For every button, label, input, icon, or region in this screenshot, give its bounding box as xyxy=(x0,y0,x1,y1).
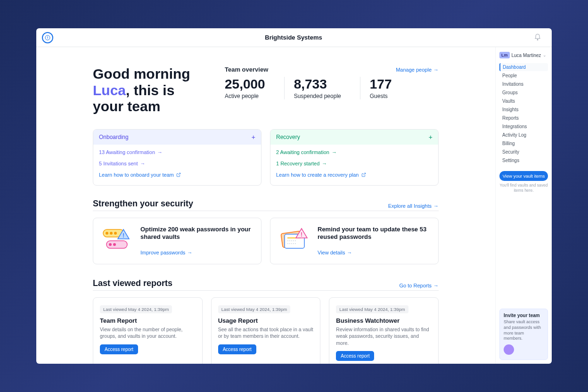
arrow-right-icon: → xyxy=(433,67,439,73)
app-logo-icon[interactable] xyxy=(42,32,53,43)
insight-reused-passwords: ! Remind your team to update these 53 re… xyxy=(270,218,439,265)
people-icon xyxy=(504,344,514,355)
nav-billing[interactable]: Billing xyxy=(499,139,548,147)
access-report-button[interactable]: Access report xyxy=(336,351,374,361)
team-overview: Team overview Manage people → 25,000 Act… xyxy=(225,66,439,115)
nav-security[interactable]: Security xyxy=(499,148,548,156)
recovery-header: Recovery + xyxy=(270,130,438,145)
nav-people[interactable]: People xyxy=(499,72,548,80)
arrow-right-icon: → xyxy=(433,203,439,209)
reports-section-head: Last viewed reports Go to Reports → xyxy=(93,278,439,291)
view-vault-items-button[interactable]: View your vault items xyxy=(499,171,548,181)
report-card-watchtower: Last viewed May 4 2024, 1:39pm Business … xyxy=(329,297,439,364)
nav-list: Dashboard People Invitations Groups Vaul… xyxy=(499,63,548,164)
view-details-link[interactable]: View details → xyxy=(318,250,352,255)
svg-point-5 xyxy=(110,232,113,235)
overview-label: Team overview xyxy=(225,66,268,73)
app-shell: Brightside Systems Good morning Luca, th… xyxy=(36,28,552,364)
greeting: Good morning Luca, this is your team xyxy=(93,66,201,115)
insight-weak-passwords: ! Optimize 200 weak passwords in your sh… xyxy=(93,218,261,265)
plus-icon[interactable]: + xyxy=(429,133,433,141)
improve-passwords-link[interactable]: Improve passwords → xyxy=(140,250,192,255)
svg-text:!: ! xyxy=(122,232,124,239)
last-viewed-pill: Last viewed May 4 2024, 1:39pm xyxy=(100,305,172,313)
status-panels: Onboarding + 13 Awaiting confirmation → … xyxy=(93,129,439,186)
nav-invitations[interactable]: Invitations xyxy=(499,80,548,88)
report-card-usage: Last viewed May 4 2024, 1:39pm Usage Rep… xyxy=(211,297,321,364)
arrow-right-icon: → xyxy=(332,149,337,155)
onboarding-learn-link[interactable]: Learn how to onboard your team xyxy=(99,169,255,180)
company-name: Brightside Systems xyxy=(53,34,534,41)
svg-point-4 xyxy=(106,232,108,235)
svg-point-9 xyxy=(113,243,116,246)
onboarding-header: Onboarding + xyxy=(93,130,261,145)
user-name: Luca Martinez xyxy=(512,53,541,58)
stat-active: 25,000 Active people xyxy=(225,77,284,99)
external-link-icon xyxy=(176,172,181,177)
nav-integrations[interactable]: Integrations xyxy=(499,122,548,131)
arrow-right-icon: → xyxy=(187,250,192,255)
stat-suspended: 8,733 Suspended people xyxy=(284,77,360,99)
manage-people-link[interactable]: Manage people → xyxy=(396,67,439,73)
nav-vaults[interactable]: Vaults xyxy=(499,97,548,105)
svg-point-2 xyxy=(537,39,538,40)
arrow-right-icon: → xyxy=(347,250,352,255)
reports-title: Last viewed reports xyxy=(93,278,172,288)
user-menu[interactable]: Lm Luca Martinez ⌄ xyxy=(499,51,548,59)
access-report-button[interactable]: Access report xyxy=(218,344,256,354)
onboarding-awaiting-link[interactable]: 13 Awaiting confirmation → xyxy=(99,147,255,158)
stat-guests: 177 Guests xyxy=(360,77,411,99)
main-area: Good morning Luca, this is your team Tea… xyxy=(36,47,552,364)
stats-row: 25,000 Active people 8,733 Suspended peo… xyxy=(225,77,439,99)
arrow-right-icon: → xyxy=(157,149,163,155)
password-strength-icon: ! xyxy=(101,226,134,252)
reports-row: Last viewed May 4 2024, 1:39pm Team Repo… xyxy=(93,297,439,364)
recovery-panel: Recovery + 2 Awaiting confirmation → 1 R… xyxy=(270,129,439,186)
onboarding-invitations-link[interactable]: 5 Invitations sent → xyxy=(99,158,255,169)
content: Good morning Luca, this is your team Tea… xyxy=(36,47,495,364)
recovery-learn-link[interactable]: Learn how to create a recovery plan xyxy=(276,169,433,180)
svg-point-6 xyxy=(114,232,117,235)
greeting-pre: Good morning xyxy=(93,66,190,82)
report-card-team: Last viewed May 4 2024, 1:39pm Team Repo… xyxy=(93,297,203,364)
invite-team-card[interactable]: Invite your team Share vault access and … xyxy=(499,309,548,360)
hero-row: Good morning Luca, this is your team Tea… xyxy=(93,66,439,115)
nav-groups[interactable]: Groups xyxy=(499,89,548,97)
goto-reports-link[interactable]: Go to Reports → xyxy=(400,283,439,288)
svg-point-8 xyxy=(109,243,112,246)
plus-icon[interactable]: + xyxy=(252,133,255,141)
nav-reports[interactable]: Reports xyxy=(499,114,548,122)
last-viewed-pill: Last viewed May 4 2024, 1:39pm xyxy=(218,305,290,313)
explore-insights-link[interactable]: Explore all Insights → xyxy=(388,203,439,209)
svg-rect-1 xyxy=(48,36,48,39)
access-report-button[interactable]: Access report xyxy=(100,344,138,354)
nav-settings[interactable]: Settings xyxy=(499,156,548,164)
security-section-head: Strengthen your security Explore all Ins… xyxy=(93,199,439,211)
svg-text:!: ! xyxy=(301,231,302,238)
topbar: Brightside Systems xyxy=(36,28,552,47)
notifications-bell-icon[interactable] xyxy=(534,33,542,42)
nav-dashboard[interactable]: Dashboard xyxy=(499,63,548,71)
insight-row: ! Optimize 200 weak passwords in your sh… xyxy=(93,218,439,265)
security-title: Strengthen your security xyxy=(93,199,193,209)
onboarding-panel: Onboarding + 13 Awaiting confirmation → … xyxy=(93,129,261,186)
external-link-icon xyxy=(361,172,366,177)
vault-hint: You'll find vaults and saved items here. xyxy=(499,183,548,193)
nav-activity-log[interactable]: Activity Log xyxy=(499,131,548,139)
nav-insights[interactable]: Insights xyxy=(499,106,548,114)
user-avatar: Lm xyxy=(499,52,510,58)
arrow-right-icon: → xyxy=(322,161,327,166)
reused-password-icon: ! xyxy=(278,226,311,252)
right-sidebar: Lm Luca Martinez ⌄ Dashboard People Invi… xyxy=(495,47,552,364)
chevron-down-icon: ⌄ xyxy=(543,53,547,57)
last-viewed-pill: Last viewed May 4 2024, 1:39pm xyxy=(336,305,408,313)
recovery-awaiting-link[interactable]: 2 Awaiting confirmation → xyxy=(276,147,433,158)
greeting-name: Luca xyxy=(93,82,126,98)
arrow-right-icon: → xyxy=(140,161,146,166)
recovery-started-link[interactable]: 1 Recovery started → xyxy=(276,158,433,169)
arrow-right-icon: → xyxy=(433,283,439,288)
